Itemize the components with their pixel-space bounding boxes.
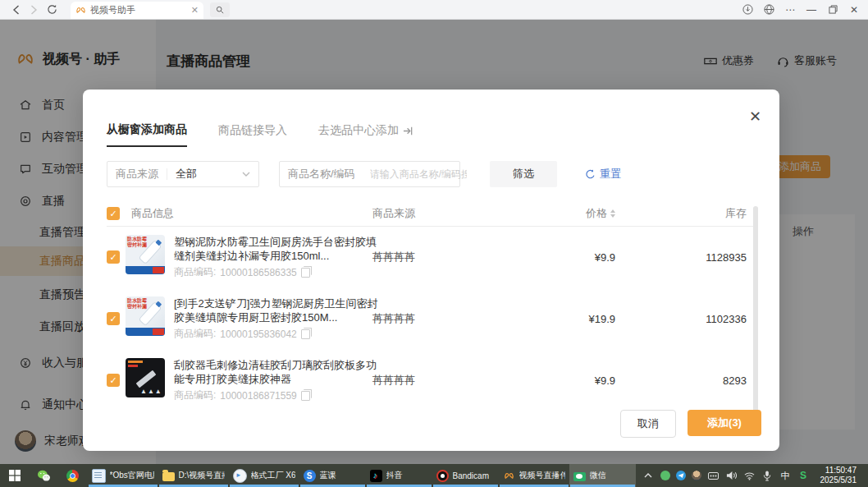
product-row[interactable]: ✓ 防水防霉密封补漏 [到手2支送铲刀]强力塑钢泥厨房卫生间密封胶美缝填隙专用厨… xyxy=(107,292,756,345)
confirm-add-button[interactable]: 添加(3) xyxy=(688,410,761,436)
taskbar-app-lanke[interactable]: S 蓝课 xyxy=(299,464,366,487)
chevron-down-icon xyxy=(242,172,250,177)
search-field-label: 商品名称/编码 xyxy=(288,167,355,181)
chrome-pinned-button[interactable] xyxy=(58,464,88,487)
search-input[interactable] xyxy=(368,168,468,181)
source-select-value: 全部 xyxy=(176,167,242,181)
reset-refresh-icon xyxy=(585,169,596,180)
taskbar-app-explorer[interactable]: D:\视频号直播... xyxy=(158,464,229,487)
bandicam-icon xyxy=(436,470,449,482)
product-source: 苒苒苒苒 xyxy=(372,311,415,326)
sort-icon[interactable] xyxy=(610,209,615,218)
folder-icon xyxy=(162,472,175,481)
taskbar-app-bandicam[interactable]: Bandicam xyxy=(432,464,499,487)
menu-dots-icon[interactable]: ⋯ xyxy=(781,1,799,19)
volume-icon[interactable] xyxy=(725,470,738,482)
tab-close-icon[interactable]: ✕ xyxy=(191,5,199,16)
browser-tab[interactable]: 视频号助手 ✕ xyxy=(71,2,203,19)
browser-toolbar: 视频号助手 ✕ ⋯ — ✕ xyxy=(0,0,868,20)
source-select-label: 商品来源 xyxy=(116,167,158,181)
wifi-icon[interactable] xyxy=(743,470,756,482)
product-image: ▲▲▲ xyxy=(126,358,165,397)
tab-title: 视频号助手 xyxy=(90,4,187,16)
reset-button[interactable]: 重置 xyxy=(585,167,621,181)
product-code: 商品编码: 10000195836042 xyxy=(174,327,381,341)
wechat-icon xyxy=(37,470,51,482)
product-stock: 1102336 xyxy=(665,313,747,325)
filter-button[interactable]: 筛选 xyxy=(490,161,557,187)
channels-icon xyxy=(503,471,515,481)
taskbar-app-wechat-window[interactable]: 微信 xyxy=(569,464,636,487)
tray-device-icon[interactable] xyxy=(707,470,720,482)
copy-icon[interactable] xyxy=(301,268,310,278)
copy-icon[interactable] xyxy=(301,329,310,339)
search-icon xyxy=(216,6,224,14)
browser-search-button[interactable] xyxy=(210,2,230,17)
product-price: ¥9.9 xyxy=(550,251,615,264)
column-stock: 库存 xyxy=(665,206,747,221)
taskbar-app-format-factory[interactable]: 格式工厂 X64 ... xyxy=(229,464,299,487)
input-language-indicator[interactable]: 中 xyxy=(779,470,792,482)
system-tray: 中 S 11:50:47 2025/5/31 xyxy=(636,464,868,487)
taskbar-app-channels-live[interactable]: 视频号直播伴侣 xyxy=(499,464,569,487)
tray-avatar-icon[interactable] xyxy=(692,471,701,480)
product-row[interactable]: ✓ 防水防霉密封补漏 塑钢泥防水防霉卫生间厨房洗手台密封胶填缝剂美缝封边补漏专用… xyxy=(107,231,756,283)
tab-import-by-link[interactable]: 商品链接导入 xyxy=(218,122,287,147)
product-source: 苒苒苒苒 xyxy=(372,373,415,388)
product-name: 塑钢泥防水防霉卫生间厨房洗手台密封胶填缝剂美缝封边补漏专用胶150ml... xyxy=(174,235,381,263)
tray-telegram-icon[interactable] xyxy=(676,471,686,480)
taskbar-clock[interactable]: 11:50:47 2025/5/31 xyxy=(815,466,862,485)
download-icon[interactable] xyxy=(738,1,756,19)
column-product-source: 商品来源 xyxy=(372,206,415,221)
chrome-icon xyxy=(66,470,79,482)
product-name: [到手2支送铲刀]强力塑钢泥厨房卫生间密封胶美缝填隙专用厨卫密封胶150M... xyxy=(174,296,381,324)
modal-scrollbar[interactable] xyxy=(753,206,758,413)
taskbar-app-obs-notes[interactable]: *Obs官网电脑... xyxy=(88,464,158,487)
wechat-pinned-button[interactable] xyxy=(30,464,59,487)
restore-icon[interactable] xyxy=(824,1,842,19)
microphone-icon[interactable] xyxy=(761,470,774,482)
modal-close-icon[interactable]: ✕ xyxy=(749,109,761,124)
wechat-window-icon xyxy=(573,472,586,481)
minimize-icon[interactable]: — xyxy=(802,1,820,19)
tab-add-from-showcase[interactable]: 从橱窗添加商品 xyxy=(107,122,187,147)
browser-back-icon[interactable] xyxy=(7,1,25,19)
external-link-icon xyxy=(403,126,413,136)
product-price: ¥19.9 xyxy=(550,313,615,325)
format-factory-icon xyxy=(233,469,247,483)
product-image: 防水防霉密封补漏 xyxy=(126,235,165,274)
notepad-icon xyxy=(92,469,106,483)
select-all-checkbox[interactable]: ✓ xyxy=(107,207,120,220)
cancel-button[interactable]: 取消 xyxy=(620,410,676,438)
column-product-info: 商品信息 xyxy=(131,206,174,221)
product-search-field[interactable]: 商品名称/编码 xyxy=(279,161,460,187)
channels-favicon-icon xyxy=(75,5,86,16)
product-name: 刮胶器毛刺修边清硅胶刮刀璃胶刮胶板多功能专用打胶美缝抹胶神器 xyxy=(174,358,381,386)
tray-wechat-icon[interactable] xyxy=(660,471,670,480)
add-products-modal: ✕ 从橱窗添加商品 商品链接导入 去选品中心添加 商品来源 全部 商品名称/编码… xyxy=(83,90,779,451)
row-checkbox[interactable]: ✓ xyxy=(107,250,120,264)
row-checkbox[interactable]: ✓ xyxy=(107,312,120,325)
row-checkbox[interactable]: ✓ xyxy=(107,374,120,387)
globe-icon[interactable] xyxy=(760,1,778,19)
product-stock: 1128935 xyxy=(665,251,747,264)
taskbar-app-douyin[interactable]: 抖音 xyxy=(366,464,432,487)
clock-time: 11:50:47 xyxy=(820,466,857,476)
windows-taskbar: *Obs官网电脑... D:\视频号直播... 格式工厂 X64 ... S 蓝… xyxy=(0,464,868,487)
product-code: 商品编码: 10000186871559 xyxy=(174,388,381,402)
browser-forward-icon[interactable] xyxy=(25,1,43,19)
windows-logo-icon xyxy=(9,470,21,481)
window-close-icon[interactable]: ✕ xyxy=(845,1,863,19)
product-row[interactable]: ✓ ▲▲▲ 刮胶器毛刺修边清硅胶刮刀璃胶刮胶板多功能专用打胶美缝抹胶神器 商品编… xyxy=(107,354,756,407)
table-header: ✓ 商品信息 商品来源 价格 库存 xyxy=(107,203,756,224)
tab-goto-selection-center[interactable]: 去选品中心添加 xyxy=(318,122,413,147)
start-button[interactable] xyxy=(0,464,30,487)
copy-icon[interactable] xyxy=(301,391,310,401)
source-select[interactable]: 商品来源 全部 xyxy=(107,161,259,187)
product-stock: 8293 xyxy=(665,374,747,387)
sogou-icon[interactable]: S xyxy=(797,470,810,482)
douyin-icon xyxy=(370,470,382,482)
browser-refresh-icon[interactable] xyxy=(43,1,61,19)
tray-expand-icon[interactable] xyxy=(642,470,655,482)
column-price[interactable]: 价格 xyxy=(550,206,615,221)
